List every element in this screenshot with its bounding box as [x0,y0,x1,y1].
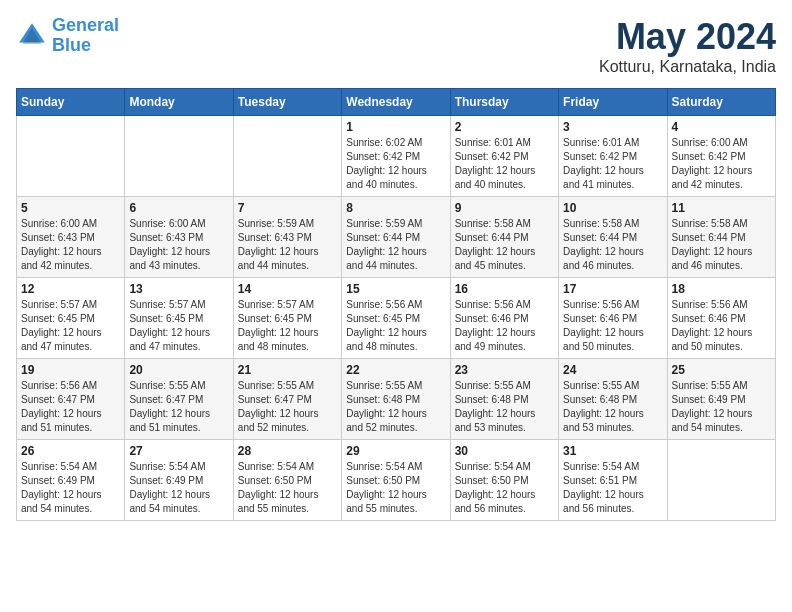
calendar-day-cell: 18Sunrise: 5:56 AM Sunset: 6:46 PM Dayli… [667,278,775,359]
calendar-day-cell: 28Sunrise: 5:54 AM Sunset: 6:50 PM Dayli… [233,440,341,521]
day-number: 11 [672,201,771,215]
calendar-week-row: 26Sunrise: 5:54 AM Sunset: 6:49 PM Dayli… [17,440,776,521]
calendar-day-cell: 25Sunrise: 5:55 AM Sunset: 6:49 PM Dayli… [667,359,775,440]
day-info: Sunrise: 6:00 AM Sunset: 6:43 PM Dayligh… [21,217,120,273]
day-number: 20 [129,363,228,377]
calendar-day-cell [125,116,233,197]
calendar-day-cell: 5Sunrise: 6:00 AM Sunset: 6:43 PM Daylig… [17,197,125,278]
logo-icon [16,20,48,52]
calendar-day-cell: 6Sunrise: 6:00 AM Sunset: 6:43 PM Daylig… [125,197,233,278]
calendar-day-cell: 4Sunrise: 6:00 AM Sunset: 6:42 PM Daylig… [667,116,775,197]
day-info: Sunrise: 5:56 AM Sunset: 6:46 PM Dayligh… [672,298,771,354]
day-number: 31 [563,444,662,458]
calendar-day-cell: 2Sunrise: 6:01 AM Sunset: 6:42 PM Daylig… [450,116,558,197]
day-number: 15 [346,282,445,296]
day-info: Sunrise: 5:57 AM Sunset: 6:45 PM Dayligh… [21,298,120,354]
day-number: 18 [672,282,771,296]
day-info: Sunrise: 5:58 AM Sunset: 6:44 PM Dayligh… [455,217,554,273]
calendar-day-cell: 24Sunrise: 5:55 AM Sunset: 6:48 PM Dayli… [559,359,667,440]
calendar-day-cell: 19Sunrise: 5:56 AM Sunset: 6:47 PM Dayli… [17,359,125,440]
calendar-day-cell: 10Sunrise: 5:58 AM Sunset: 6:44 PM Dayli… [559,197,667,278]
calendar-day-cell: 21Sunrise: 5:55 AM Sunset: 6:47 PM Dayli… [233,359,341,440]
day-info: Sunrise: 5:56 AM Sunset: 6:46 PM Dayligh… [455,298,554,354]
page-header: General Blue May 2024 Kotturu, Karnataka… [16,16,776,76]
day-number: 10 [563,201,662,215]
calendar-day-cell: 11Sunrise: 5:58 AM Sunset: 6:44 PM Dayli… [667,197,775,278]
calendar-day-cell: 12Sunrise: 5:57 AM Sunset: 6:45 PM Dayli… [17,278,125,359]
day-info: Sunrise: 5:58 AM Sunset: 6:44 PM Dayligh… [563,217,662,273]
calendar-day-cell: 29Sunrise: 5:54 AM Sunset: 6:50 PM Dayli… [342,440,450,521]
calendar-day-cell: 17Sunrise: 5:56 AM Sunset: 6:46 PM Dayli… [559,278,667,359]
day-info: Sunrise: 5:55 AM Sunset: 6:48 PM Dayligh… [346,379,445,435]
day-number: 28 [238,444,337,458]
calendar-day-cell: 27Sunrise: 5:54 AM Sunset: 6:49 PM Dayli… [125,440,233,521]
calendar-day-cell: 14Sunrise: 5:57 AM Sunset: 6:45 PM Dayli… [233,278,341,359]
calendar-week-row: 1Sunrise: 6:02 AM Sunset: 6:42 PM Daylig… [17,116,776,197]
weekday-header: Thursday [450,89,558,116]
calendar-day-cell: 7Sunrise: 5:59 AM Sunset: 6:43 PM Daylig… [233,197,341,278]
day-number: 2 [455,120,554,134]
day-number: 9 [455,201,554,215]
day-number: 1 [346,120,445,134]
calendar-day-cell: 8Sunrise: 5:59 AM Sunset: 6:44 PM Daylig… [342,197,450,278]
calendar-day-cell: 31Sunrise: 5:54 AM Sunset: 6:51 PM Dayli… [559,440,667,521]
day-info: Sunrise: 5:56 AM Sunset: 6:47 PM Dayligh… [21,379,120,435]
calendar-day-cell: 3Sunrise: 6:01 AM Sunset: 6:42 PM Daylig… [559,116,667,197]
day-info: Sunrise: 5:59 AM Sunset: 6:43 PM Dayligh… [238,217,337,273]
day-number: 30 [455,444,554,458]
day-info: Sunrise: 6:01 AM Sunset: 6:42 PM Dayligh… [563,136,662,192]
day-number: 19 [21,363,120,377]
day-info: Sunrise: 6:02 AM Sunset: 6:42 PM Dayligh… [346,136,445,192]
day-number: 7 [238,201,337,215]
calendar-header: SundayMondayTuesdayWednesdayThursdayFrid… [17,89,776,116]
day-number: 4 [672,120,771,134]
day-info: Sunrise: 5:56 AM Sunset: 6:45 PM Dayligh… [346,298,445,354]
day-info: Sunrise: 5:55 AM Sunset: 6:49 PM Dayligh… [672,379,771,435]
day-info: Sunrise: 5:59 AM Sunset: 6:44 PM Dayligh… [346,217,445,273]
day-info: Sunrise: 6:00 AM Sunset: 6:43 PM Dayligh… [129,217,228,273]
weekday-header: Sunday [17,89,125,116]
calendar-week-row: 12Sunrise: 5:57 AM Sunset: 6:45 PM Dayli… [17,278,776,359]
calendar-weekday-row: SundayMondayTuesdayWednesdayThursdayFrid… [17,89,776,116]
calendar-body: 1Sunrise: 6:02 AM Sunset: 6:42 PM Daylig… [17,116,776,521]
calendar-table: SundayMondayTuesdayWednesdayThursdayFrid… [16,88,776,521]
calendar-day-cell: 1Sunrise: 6:02 AM Sunset: 6:42 PM Daylig… [342,116,450,197]
day-number: 3 [563,120,662,134]
calendar-day-cell: 20Sunrise: 5:55 AM Sunset: 6:47 PM Dayli… [125,359,233,440]
day-info: Sunrise: 5:54 AM Sunset: 6:50 PM Dayligh… [455,460,554,516]
month-title: May 2024 [599,16,776,58]
calendar-day-cell: 23Sunrise: 5:55 AM Sunset: 6:48 PM Dayli… [450,359,558,440]
day-number: 14 [238,282,337,296]
day-info: Sunrise: 5:55 AM Sunset: 6:47 PM Dayligh… [129,379,228,435]
weekday-header: Wednesday [342,89,450,116]
weekday-header: Tuesday [233,89,341,116]
calendar-day-cell: 30Sunrise: 5:54 AM Sunset: 6:50 PM Dayli… [450,440,558,521]
day-number: 6 [129,201,228,215]
day-number: 23 [455,363,554,377]
day-info: Sunrise: 5:58 AM Sunset: 6:44 PM Dayligh… [672,217,771,273]
day-number: 16 [455,282,554,296]
calendar-day-cell [17,116,125,197]
day-number: 5 [21,201,120,215]
calendar-day-cell: 22Sunrise: 5:55 AM Sunset: 6:48 PM Dayli… [342,359,450,440]
day-info: Sunrise: 5:55 AM Sunset: 6:48 PM Dayligh… [563,379,662,435]
calendar-week-row: 19Sunrise: 5:56 AM Sunset: 6:47 PM Dayli… [17,359,776,440]
weekday-header: Monday [125,89,233,116]
day-info: Sunrise: 5:54 AM Sunset: 6:51 PM Dayligh… [563,460,662,516]
day-info: Sunrise: 5:55 AM Sunset: 6:48 PM Dayligh… [455,379,554,435]
calendar-day-cell [233,116,341,197]
day-info: Sunrise: 5:54 AM Sunset: 6:49 PM Dayligh… [21,460,120,516]
day-number: 29 [346,444,445,458]
day-info: Sunrise: 5:54 AM Sunset: 6:50 PM Dayligh… [238,460,337,516]
calendar-day-cell: 26Sunrise: 5:54 AM Sunset: 6:49 PM Dayli… [17,440,125,521]
day-number: 13 [129,282,228,296]
calendar-day-cell: 13Sunrise: 5:57 AM Sunset: 6:45 PM Dayli… [125,278,233,359]
day-number: 8 [346,201,445,215]
calendar-day-cell [667,440,775,521]
day-info: Sunrise: 5:56 AM Sunset: 6:46 PM Dayligh… [563,298,662,354]
calendar-week-row: 5Sunrise: 6:00 AM Sunset: 6:43 PM Daylig… [17,197,776,278]
day-info: Sunrise: 5:57 AM Sunset: 6:45 PM Dayligh… [238,298,337,354]
day-info: Sunrise: 6:00 AM Sunset: 6:42 PM Dayligh… [672,136,771,192]
day-number: 22 [346,363,445,377]
day-info: Sunrise: 5:57 AM Sunset: 6:45 PM Dayligh… [129,298,228,354]
